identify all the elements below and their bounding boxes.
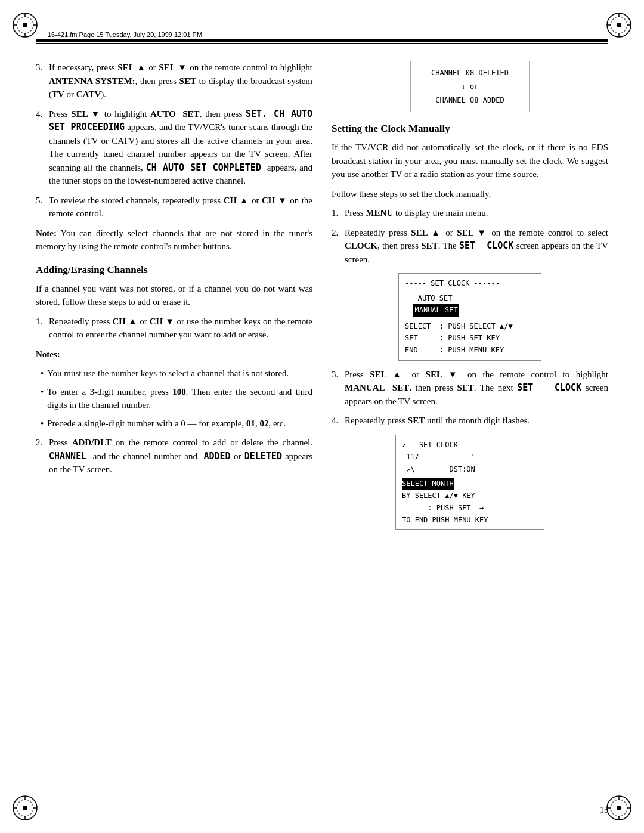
left-column: 3. If necessary, press SEL ▲ or SEL ▼ on… — [36, 61, 312, 537]
clock-screen2-dst: ↗\ DST:ON — [402, 463, 538, 475]
section-heading-adding: Adding/Erasing Channels — [36, 264, 312, 276]
clock-screen-end-line: END : PUSH MENU KEY — [405, 344, 535, 356]
notes-bullets: You must use the number keys to select a… — [36, 367, 312, 430]
adding-intro: If a channel you want was not stored, or… — [36, 282, 312, 309]
main-content: 3. If necessary, press SEL ▲ or SEL ▼ on… — [36, 54, 608, 797]
corner-decoration-br — [605, 794, 633, 822]
clock-intro: If the TV/VCR did not automatically set … — [332, 141, 608, 181]
clock-step-4: 4. Repeatedly press SET until the month … — [332, 414, 608, 428]
svg-point-23 — [617, 806, 621, 810]
top-rule-thick — [36, 39, 608, 44]
section-heading-clock: Setting the Clock Manually — [332, 123, 608, 135]
list-item-4: 4. Press SEL ▼ to highlight AUTO SET, th… — [36, 107, 312, 188]
clock-screen2-select-month: SELECT MONTH — [402, 478, 538, 490]
adding-step-1: 1. Repeatedly press CH ▲ or CH ▼ or use … — [36, 315, 312, 342]
follow-text: Follow these steps to set the clock manu… — [332, 187, 608, 201]
set-clock-screen-1: ----- SET CLOCK ------ AUTO SET MANUAL S… — [398, 273, 541, 360]
adding-step-2: 2. Press ADD/DLT on the remote control t… — [36, 436, 312, 476]
corner-decoration-tl — [11, 11, 39, 39]
clock-step-2: 2. Repeatedly press SEL ▲ or SEL ▼ on th… — [332, 226, 608, 267]
channel-arrow-line: ↓ or — [462, 82, 479, 91]
clock-screen2-by-select: BY SELECT ▲/▼ KEY — [402, 490, 538, 501]
note-text: Note: You can directly select channels t… — [36, 227, 312, 253]
clock-screen2-time: 11/--- ---- --'-- — [402, 451, 538, 463]
clock-screen-auto-set: AUTO SET — [405, 292, 535, 304]
corner-decoration-tr — [605, 11, 633, 39]
clock-screen-set-line: SET : PUSH SET KEY — [405, 332, 535, 344]
channel-screen-box: CHANNEL 08 DELETED ↓ or CHANNEL 08 ADDED — [410, 61, 530, 112]
svg-point-16 — [23, 806, 27, 810]
clock-step-3: 3. Press SEL ▲ or SEL ▼ on the remote co… — [332, 368, 608, 408]
set-clock-screen-2: ↗-- SET CLOCK ------ 11/--- ---- --'-- ↗… — [395, 435, 544, 531]
corner-decoration-bl — [11, 794, 39, 822]
list-item-3: 3. If necessary, press SEL ▲ or SEL ▼ on… — [36, 61, 312, 101]
bullet-2: To enter a 3-digit number, press 100. Th… — [41, 385, 312, 412]
svg-point-2 — [23, 23, 27, 27]
right-column: CHANNEL 08 DELETED ↓ or CHANNEL 08 ADDED… — [332, 61, 608, 537]
clock-step-1: 1. Press MENU to display the main menu. — [332, 206, 608, 220]
notes-label: Notes: — [36, 348, 312, 361]
page-number: 15 — [600, 806, 608, 815]
clock-screen2-title: ↗-- SET CLOCK ------ — [402, 439, 538, 451]
channel-added-line: CHANNEL 08 ADDED — [435, 96, 504, 104]
list-item-5: 5. To review the stored channels, repeat… — [36, 194, 312, 221]
bullet-3: Precede a single-digit number with a 0 —… — [41, 417, 312, 431]
svg-point-9 — [617, 23, 621, 27]
bullet-1: You must use the number keys to select a… — [41, 367, 312, 380]
header-text: 16-421.fm Page 15 Tuesday, July 20, 1999… — [48, 31, 202, 38]
clock-screen2-push-set: : PUSH SET → — [402, 502, 538, 514]
channel-deleted-line: CHANNEL 08 DELETED — [431, 69, 509, 77]
clock-screen2-to-end: TO END PUSH MENU KEY — [402, 514, 538, 526]
clock-screen-manual-set: MANUAL SET — [405, 304, 535, 316]
clock-screen-select-line: SELECT : PUSH SELECT ▲/▼ — [405, 320, 535, 332]
clock-screen-title: ----- SET CLOCK ------ — [405, 277, 535, 289]
